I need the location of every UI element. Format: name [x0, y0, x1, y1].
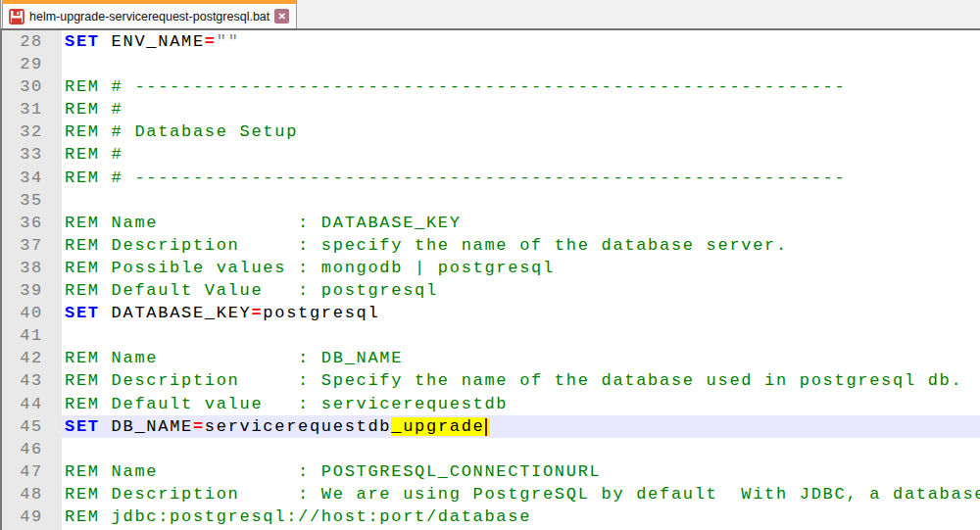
code-line[interactable]: 36REM Name : DATABASE_KEY	[0, 212, 980, 234]
code-text: REM #	[62, 143, 980, 166]
code-line[interactable]: 33REM #	[0, 143, 980, 166]
code-line[interactable]: 44REM Default value : servicerequestdb	[0, 393, 980, 415]
line-number: 28	[0, 30, 62, 53]
code-line[interactable]: 42REM Name : DB_NAME	[0, 347, 980, 369]
line-number: 36	[0, 212, 62, 234]
code-text: REM jdbc:postgresql://host:port/database	[62, 506, 980, 528]
code-text: REM # Database Setup	[62, 120, 980, 143]
line-number: 47	[0, 460, 62, 483]
code-text: SET DB_NAME=servicerequestdb_upgrade	[62, 415, 980, 438]
line-number: 39	[0, 279, 62, 302]
line-number: 33	[0, 143, 62, 166]
code-line[interactable]: 29	[0, 53, 980, 75]
code-text: REM # ----------------------------------…	[62, 75, 980, 98]
code-text: SET DATABASE_KEY=postgresql	[62, 302, 980, 324]
line-number: 40	[0, 302, 62, 324]
code-line[interactable]: 32REM # Database Setup	[0, 120, 980, 143]
tab-file[interactable]: helm-upgrade-servicerequest-postgresql.b…	[2, 0, 297, 28]
line-number: 49	[0, 506, 62, 528]
code-text: REM Description : We are using PostgreSQ…	[62, 483, 980, 506]
code-text	[62, 53, 980, 75]
tab-close-icon[interactable]: ✕	[274, 9, 289, 24]
code-line[interactable]: 47REM Name : POSTGRESQL_CONNECTIONURL	[0, 460, 980, 483]
code-text: REM Description : specify the name of th…	[62, 234, 980, 257]
code-text	[62, 189, 980, 212]
line-number: 38	[0, 257, 62, 279]
code-text: REM Default Value : postgresql	[62, 279, 980, 302]
code-text: REM Possible values : mongodb | postgres…	[62, 257, 980, 279]
selection-highlight: _upgrade	[391, 417, 484, 436]
line-number: 42	[0, 347, 62, 369]
code-line[interactable]: 43REM Description : Specify the name of …	[0, 369, 980, 392]
code-line[interactable]: 40SET DATABASE_KEY=postgresql	[0, 302, 980, 324]
code-lines: 28SET ENV_NAME=""2930REM # -------------…	[0, 30, 980, 528]
code-text: REM #	[62, 98, 980, 120]
tab-title: helm-upgrade-servicerequest-postgresql.b…	[29, 10, 270, 24]
code-text: SET ENV_NAME=""	[62, 30, 980, 53]
code-editor[interactable]: 28SET ENV_NAME=""2930REM # -------------…	[0, 30, 980, 530]
code-line[interactable]: 39REM Default Value : postgresql	[0, 279, 980, 302]
code-line[interactable]: 34REM # --------------------------------…	[0, 167, 980, 189]
line-number: 41	[0, 324, 62, 347]
code-text: REM Name : POSTGRESQL_CONNECTIONURL	[62, 460, 980, 483]
code-line[interactable]: 48REM Description : We are using Postgre…	[0, 483, 980, 506]
code-text	[62, 438, 980, 460]
code-text	[62, 324, 980, 347]
code-line[interactable]: 37REM Description : specify the name of …	[0, 234, 980, 257]
code-line[interactable]: 41	[0, 324, 980, 347]
line-number: 37	[0, 234, 62, 257]
code-line[interactable]: 35	[0, 189, 980, 212]
code-line[interactable]: 38REM Possible values : mongodb | postgr…	[0, 257, 980, 279]
code-text: REM Name : DB_NAME	[62, 347, 980, 369]
code-line[interactable]: 31REM #	[0, 98, 980, 120]
code-text: REM Name : DATABASE_KEY	[62, 212, 980, 234]
code-text: REM # ----------------------------------…	[62, 167, 980, 189]
line-number: 35	[0, 189, 62, 212]
line-number: 31	[0, 98, 62, 120]
code-line[interactable]: 46	[0, 438, 980, 460]
line-number: 43	[0, 369, 62, 392]
code-line[interactable]: 28SET ENV_NAME=""	[0, 30, 980, 53]
tab-bar: helm-upgrade-servicerequest-postgresql.b…	[0, 0, 980, 30]
line-number: 48	[0, 483, 62, 506]
line-number: 34	[0, 167, 62, 189]
line-number: 29	[0, 53, 62, 75]
unsaved-changes-floppy-icon	[9, 9, 24, 24]
line-number: 32	[0, 120, 62, 143]
text-caret	[485, 418, 490, 436]
line-number: 30	[0, 75, 62, 98]
code-line[interactable]: 30REM # --------------------------------…	[0, 75, 980, 98]
code-line-current[interactable]: 45SET DB_NAME=servicerequestdb_upgrade	[0, 415, 980, 438]
code-text: REM Description : Specify the name of th…	[62, 369, 980, 392]
line-number: 44	[0, 393, 62, 415]
line-number: 46	[0, 438, 62, 460]
code-text: REM Default value : servicerequestdb	[62, 393, 980, 415]
line-number: 45	[0, 415, 62, 438]
code-line[interactable]: 49REM jdbc:postgresql://host:port/databa…	[0, 506, 980, 528]
